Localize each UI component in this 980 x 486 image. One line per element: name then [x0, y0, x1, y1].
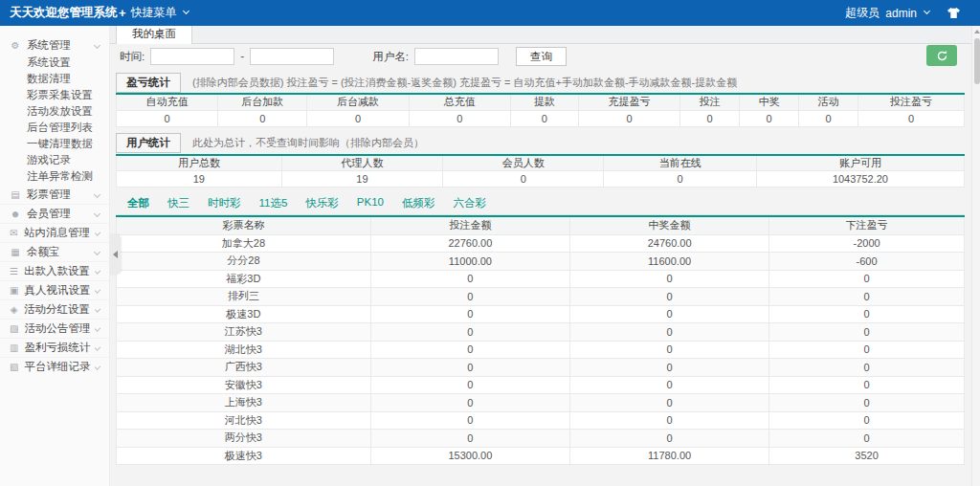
- table-cell: 0: [570, 288, 769, 306]
- sidebar-item[interactable]: 彩票采集设置: [0, 87, 109, 103]
- scrollbar-thumb[interactable]: [974, 38, 980, 84]
- sidebar-group-profit-loss[interactable]: ▥盈利亏损统计: [0, 338, 109, 357]
- sidebar-group-label: 站内消息管理: [24, 226, 90, 240]
- scroll-up-arrow-icon[interactable]: [974, 30, 980, 33]
- table-cell: 0: [570, 394, 769, 412]
- chevron-down-icon: [95, 268, 100, 274]
- table-row: 排列三000: [117, 288, 965, 306]
- sidebar-item[interactable]: 一键清理数据: [0, 136, 109, 152]
- sidebar-group-label: 会员管理: [27, 207, 89, 221]
- chevron-down-icon: [95, 325, 100, 331]
- table-row: 江苏快3000: [117, 323, 965, 342]
- chevron-left-icon: [113, 251, 118, 258]
- table-row: 分分2811000.0011600.00-600: [117, 253, 965, 271]
- query-button[interactable]: 查询: [516, 47, 567, 66]
- refresh-icon: [936, 50, 948, 62]
- sidebar-group-announcement[interactable]: ▨活动公告管理: [0, 319, 109, 338]
- lottery-tab-1[interactable]: 快三: [167, 196, 189, 210]
- user-stats-panel-head: 用户统计 此处为总计，不受查询时间影响（排除内部会员）: [116, 133, 965, 154]
- sidebar-item[interactable]: 游戏记录: [0, 152, 109, 168]
- table-cell: 0: [570, 305, 769, 323]
- user-menu[interactable]: 超级员 admin: [845, 5, 929, 21]
- time-label: 时间:: [120, 50, 145, 64]
- table-cell: 0: [570, 270, 769, 288]
- table-cell: 0: [769, 411, 965, 430]
- sidebar-group-dividend[interactable]: ◈活动分红设置: [0, 299, 109, 319]
- gear-icon: ⚙: [10, 40, 21, 51]
- table-cell: 0: [307, 110, 409, 126]
- column-header: 提款: [510, 94, 578, 110]
- table-cell: 0: [510, 110, 578, 126]
- sidebar-group-site-message[interactable]: ✉站内消息管理: [0, 223, 109, 242]
- refresh-button[interactable]: [926, 45, 957, 66]
- sidebar-group-label: 真人视讯设置: [24, 283, 90, 298]
- table-cell: 0: [769, 359, 965, 377]
- main-layout: ⚙系统管理系统设置数据清理彩票采集设置活动发放设置后台管理列表一键清理数据游戏记…: [0, 26, 980, 486]
- column-header: 总充值: [409, 94, 510, 110]
- sidebar-item[interactable]: 系统设置: [0, 55, 109, 71]
- lottery-tab-6[interactable]: 低频彩: [402, 196, 435, 210]
- username: admin: [885, 7, 917, 20]
- sidebar-group-yuebao[interactable]: ▦余额宝: [0, 242, 109, 261]
- lottery-tab-3[interactable]: 11选5: [259, 196, 288, 210]
- table-cell: 15300.00: [370, 447, 569, 465]
- sidebar-group-lottery[interactable]: ▤彩票管理: [0, 185, 109, 204]
- username-input[interactable]: [414, 48, 499, 65]
- lottery-tab-7[interactable]: 六合彩: [453, 196, 486, 210]
- table-cell: 0: [570, 376, 769, 394]
- sidebar-menu: ⚙系统管理系统设置数据清理彩票采集设置活动发放设置后台管理列表一键清理数据游戏记…: [0, 35, 109, 376]
- lottery-tab-4[interactable]: 快乐彩: [305, 196, 339, 210]
- sidebar-group-system[interactable]: ⚙系统管理: [0, 35, 109, 55]
- sidebar-group-platform-records[interactable]: ▧平台详细记录: [0, 357, 109, 376]
- table-cell: 0: [769, 341, 965, 359]
- table-cell: 0: [769, 288, 965, 306]
- sidebar-collapse-handle[interactable]: [109, 234, 121, 275]
- lottery-tab-0[interactable]: 全部: [127, 196, 149, 210]
- sidebar-group-payment[interactable]: ☰出款入款设置: [0, 261, 109, 280]
- panels: 盈亏统计 (排除内部会员数据) 投注盈亏 = (投注消费金额-返奖金额) 充提盈…: [110, 69, 980, 465]
- column-header: 用户总数: [117, 155, 282, 171]
- sidebar-item[interactable]: 数据清理: [0, 71, 109, 87]
- table-cell: 0: [740, 110, 799, 126]
- table-cell: 19: [281, 171, 442, 188]
- sidebar-group-live-video[interactable]: ▣真人视讯设置: [0, 280, 109, 299]
- table-cell: 11780.00: [570, 447, 769, 465]
- mail-icon: ✉: [10, 228, 18, 238]
- table-row: 极速快315300.0011780.003520: [117, 447, 965, 465]
- scrollbar[interactable]: [971, 26, 980, 486]
- plus-icon: +: [119, 6, 126, 20]
- table-cell: 0: [117, 110, 218, 126]
- table-cell: 11600.00: [570, 253, 769, 271]
- profit-stats-panel-head: 盈亏统计 (排除内部会员数据) 投注盈亏 = (投注消费金额-返奖金额) 充提盈…: [116, 72, 965, 93]
- sidebar-item[interactable]: 后台管理列表: [0, 120, 109, 136]
- table-cell: 0: [769, 323, 965, 342]
- table-cell: 19: [117, 171, 282, 188]
- lottery-tab-2[interactable]: 时时彩: [208, 196, 241, 210]
- theme-button[interactable]: [947, 7, 961, 19]
- table-cell: 0: [370, 394, 569, 412]
- profit-stats-table: 自动充值后台加款后台减款总充值提款充提盈亏投注中奖活动投注盈亏000000000…: [116, 93, 965, 127]
- time-to-input[interactable]: [250, 48, 334, 65]
- quick-menu-button[interactable]: + 快捷菜单: [107, 0, 200, 26]
- user-stats-title-button[interactable]: 用户统计: [116, 133, 181, 153]
- time-from-input[interactable]: [150, 48, 234, 65]
- table-cell: 0: [769, 430, 965, 448]
- table-header-row: 用户总数代理人数会员人数当前在线账户可用: [117, 155, 965, 171]
- table-cell: 0: [409, 110, 510, 126]
- sidebar-item[interactable]: 活动发放设置: [0, 103, 109, 120]
- sidebar-item[interactable]: 注单异常检测: [0, 168, 109, 185]
- table-header-row: 彩票名称投注金额中奖金额下注盈亏: [117, 216, 965, 234]
- tab-my-desktop[interactable]: 我的桌面: [116, 26, 192, 44]
- profit-stats-title-button[interactable]: 盈亏统计: [116, 73, 181, 93]
- lottery-tab-5[interactable]: PK10: [357, 196, 384, 210]
- column-header: 下注盈亏: [769, 216, 965, 234]
- column-header: 代理人数: [281, 155, 442, 171]
- column-header: 投注金额: [370, 216, 569, 234]
- sidebar-group-label: 彩票管理: [27, 188, 89, 202]
- table-cell: 0: [370, 341, 569, 359]
- column-header: 彩票名称: [117, 216, 371, 234]
- table-cell: 0: [769, 305, 965, 323]
- profit-stats-note: (排除内部会员数据) 投注盈亏 = (投注消费金额-返奖金额) 充提盈亏 = 自…: [192, 76, 737, 90]
- sidebar-group-member[interactable]: ☻会员管理: [0, 204, 109, 223]
- chevron-down-icon: [95, 344, 100, 350]
